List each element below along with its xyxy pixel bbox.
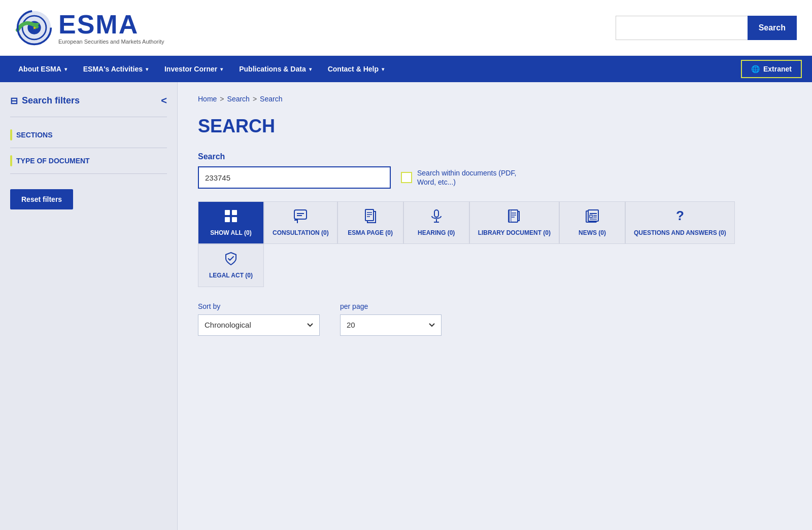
tab-show-all[interactable]: SHOW ALL (0) bbox=[198, 201, 264, 244]
tab-hearing[interactable]: HEARING (0) bbox=[403, 201, 469, 244]
breadcrumb-search-2: Search bbox=[260, 95, 282, 103]
perpage-group: per page 20 50 100 bbox=[340, 302, 442, 336]
svg-rect-12 bbox=[365, 209, 374, 221]
mic-icon bbox=[429, 209, 444, 226]
doc-search-label: Search within documents (PDF, Word, etc.… bbox=[417, 168, 519, 187]
tab-news-label: NEWS (0) bbox=[579, 229, 606, 236]
tab-hearing-label: HEARING (0) bbox=[418, 229, 455, 236]
shield-icon bbox=[224, 252, 238, 269]
nav-publications-chevron: ▾ bbox=[309, 66, 312, 72]
nav-contact-chevron: ▾ bbox=[382, 66, 384, 72]
nav-about-label: About ESMA bbox=[18, 65, 61, 73]
nav-publications[interactable]: Publications & Data ▾ bbox=[231, 58, 319, 80]
sidebar-sections-label: SECTIONS bbox=[16, 131, 53, 139]
tab-qa[interactable]: ? QUESTIONS AND ANSWERS (0) bbox=[625, 201, 735, 244]
main-content: Home > Search > Search SEARCH Search Sea… bbox=[178, 82, 812, 530]
extranet-label: Extranet bbox=[763, 65, 792, 73]
chat-icon bbox=[293, 209, 308, 226]
search-row: Search within documents (PDF, Word, etc.… bbox=[198, 166, 792, 189]
perpage-select[interactable]: 20 50 100 bbox=[340, 314, 442, 336]
header-search-input[interactable] bbox=[616, 16, 748, 40]
esma-logo: ★ bbox=[15, 9, 53, 47]
grid-icon bbox=[224, 209, 238, 226]
category-tabs: SHOW ALL (0) CONSULTATION (0) bbox=[198, 201, 792, 244]
nav-items: About ESMA ▾ ESMA's Activities ▾ Investo… bbox=[10, 58, 741, 80]
header-search-area: Search bbox=[616, 16, 797, 40]
category-tabs-row2: LEGAL ACT (0) bbox=[198, 244, 792, 287]
logo-subtitle: European Securities and Markets Authorit… bbox=[58, 39, 164, 45]
nav-investor-label: Investor Corner bbox=[164, 65, 217, 73]
globe-icon: 🌐 bbox=[751, 65, 760, 73]
extranet-button[interactable]: 🌐 Extranet bbox=[741, 60, 802, 78]
sidebar-type-label: TYPE OF DOCUMENT bbox=[16, 157, 90, 165]
svg-rect-7 bbox=[225, 217, 230, 222]
sidebar-title-area: ⊟ Search filters bbox=[10, 95, 80, 107]
checkbox-area: Search within documents (PDF, Word, etc.… bbox=[401, 168, 519, 187]
doc-search-checkbox[interactable] bbox=[401, 172, 412, 183]
content-wrapper: ⊟ Search filters < SECTIONS TYPE OF DOCU… bbox=[0, 82, 812, 530]
reset-filters-button[interactable]: Reset filters bbox=[10, 189, 73, 209]
svg-text:★: ★ bbox=[32, 25, 37, 30]
question-icon: ? bbox=[673, 209, 687, 226]
logo-text: ESMA European Securities and Markets Aut… bbox=[58, 11, 164, 45]
nav-about[interactable]: About ESMA ▾ bbox=[10, 58, 75, 80]
main-navbar: About ESMA ▾ ESMA's Activities ▾ Investo… bbox=[0, 56, 812, 82]
nav-publications-label: Publications & Data bbox=[239, 65, 306, 73]
book-icon bbox=[507, 209, 521, 226]
svg-text:?: ? bbox=[676, 209, 684, 223]
sidebar-divider-top bbox=[10, 117, 167, 117]
breadcrumb-sep-1: > bbox=[220, 95, 224, 103]
svg-rect-20 bbox=[510, 210, 511, 222]
svg-rect-5 bbox=[225, 210, 230, 215]
tab-esma-page[interactable]: ESMA PAGE (0) bbox=[337, 201, 403, 244]
header-search-button[interactable]: Search bbox=[748, 16, 797, 40]
tab-show-all-label: SHOW ALL (0) bbox=[210, 229, 251, 236]
tab-library-label: LIBRARY DOCUMENT (0) bbox=[478, 229, 551, 236]
search-label: Search bbox=[198, 152, 792, 161]
sidebar: ⊟ Search filters < SECTIONS TYPE OF DOCU… bbox=[0, 82, 178, 530]
nav-investor[interactable]: Investor Corner ▾ bbox=[156, 58, 231, 80]
sidebar-collapse-button[interactable]: < bbox=[161, 95, 167, 107]
tab-library[interactable]: LIBRARY DOCUMENT (0) bbox=[469, 201, 559, 244]
svg-rect-8 bbox=[232, 217, 237, 222]
search-input[interactable] bbox=[198, 166, 391, 189]
sort-label: Sort by bbox=[198, 302, 320, 310]
nav-activities-chevron: ▾ bbox=[146, 66, 148, 72]
breadcrumb-sep-2: > bbox=[253, 95, 257, 103]
filter-icon: ⊟ bbox=[10, 95, 18, 107]
section-accent bbox=[10, 129, 12, 140]
newspaper-icon bbox=[585, 209, 599, 226]
tab-qa-label: QUESTIONS AND ANSWERS (0) bbox=[634, 229, 726, 236]
site-header: ★ ESMA European Securities and Markets A… bbox=[0, 0, 812, 56]
nav-activities-label: ESMA's Activities bbox=[83, 65, 143, 73]
tab-consultation[interactable]: CONSULTATION (0) bbox=[264, 201, 337, 244]
perpage-label: per page bbox=[340, 302, 442, 310]
svg-rect-16 bbox=[434, 210, 438, 217]
nav-contact[interactable]: Contact & Help ▾ bbox=[320, 58, 392, 80]
nav-activities[interactable]: ESMA's Activities ▾ bbox=[75, 58, 156, 80]
tab-news[interactable]: NEWS (0) bbox=[559, 201, 625, 244]
breadcrumb: Home > Search > Search bbox=[198, 95, 792, 103]
svg-rect-9 bbox=[294, 210, 307, 219]
type-accent bbox=[10, 155, 12, 166]
sidebar-section-sections[interactable]: SECTIONS bbox=[10, 122, 167, 148]
tab-legal-act[interactable]: LEGAL ACT (0) bbox=[198, 244, 264, 287]
page-icon bbox=[363, 209, 378, 226]
sidebar-title-text: Search filters bbox=[22, 95, 80, 106]
sidebar-section-type[interactable]: TYPE OF DOCUMENT bbox=[10, 148, 167, 174]
page-title: SEARCH bbox=[198, 116, 792, 137]
sort-group: Sort by Chronological Relevance bbox=[198, 302, 320, 336]
nav-about-chevron: ▾ bbox=[64, 66, 67, 72]
svg-rect-6 bbox=[232, 210, 237, 215]
breadcrumb-search-1[interactable]: Search bbox=[227, 95, 250, 103]
logo-title: ESMA bbox=[58, 11, 164, 38]
sort-row: Sort by Chronological Relevance per page… bbox=[198, 302, 792, 336]
logo-area: ★ ESMA European Securities and Markets A… bbox=[15, 9, 164, 47]
tab-legal-act-label: LEGAL ACT (0) bbox=[209, 272, 253, 279]
sort-select[interactable]: Chronological Relevance bbox=[198, 314, 320, 336]
nav-investor-chevron: ▾ bbox=[220, 66, 223, 72]
tab-esma-page-label: ESMA PAGE (0) bbox=[348, 229, 393, 236]
nav-contact-label: Contact & Help bbox=[328, 65, 379, 73]
sidebar-header: ⊟ Search filters < bbox=[10, 95, 167, 107]
breadcrumb-home[interactable]: Home bbox=[198, 95, 217, 103]
